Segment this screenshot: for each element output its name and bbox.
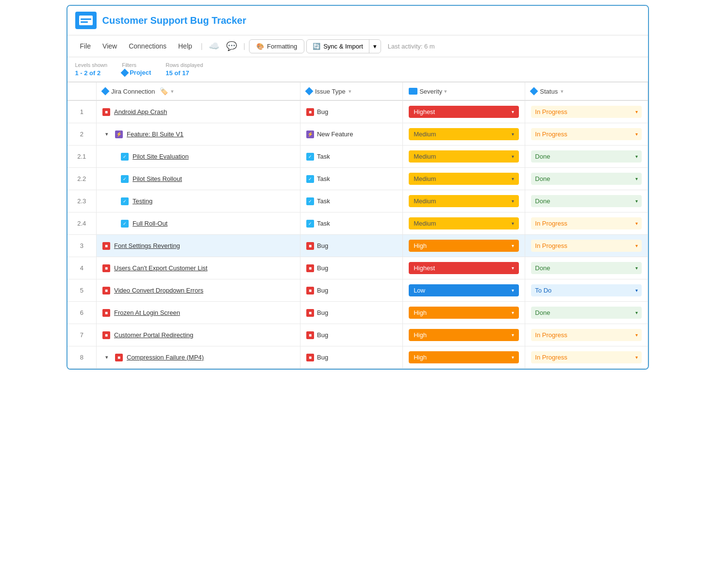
status-arrow-icon: ▾ <box>635 332 638 338</box>
issue-type-content: ■ Bug <box>306 309 397 317</box>
title-bar: Customer Support Bug Tracker <box>67 6 648 35</box>
rows-value: 15 of 17 <box>166 69 189 77</box>
severity-badge[interactable]: Highest ▾ <box>409 262 519 274</box>
severity-arrow-icon: ▾ <box>512 310 514 315</box>
row-number: 2.1 <box>67 146 97 168</box>
expand-button[interactable]: ▾ <box>102 130 111 139</box>
status-badge[interactable]: Done ▾ <box>531 307 641 319</box>
severity-badge[interactable]: Medium ▾ <box>409 217 519 229</box>
severity-badge[interactable]: High ▾ <box>409 240 519 252</box>
filters-label: Filters <box>122 62 151 68</box>
menu-view[interactable]: View <box>98 40 122 52</box>
issue-link[interactable]: Testing <box>133 197 152 205</box>
cloud-icon-btn[interactable]: ☁️ <box>206 38 222 54</box>
issue-link[interactable]: Users Can't Export Customer List <box>114 264 208 272</box>
status-arrow-icon: ▾ <box>635 109 638 114</box>
row-severity-cell: High ▾ <box>403 302 525 324</box>
status-badge[interactable]: Done ▾ <box>531 150 641 163</box>
type-sort-arrow[interactable]: ▾ <box>349 88 351 95</box>
status-badge[interactable]: To Do ▾ <box>531 284 641 296</box>
issue-type-content: ✓ Task <box>306 175 397 183</box>
th-status: Status ▾ <box>525 82 648 100</box>
status-label: Done <box>535 309 550 316</box>
sync-dropdown-button[interactable]: ▾ <box>369 40 381 53</box>
issue-type-label: Bug <box>317 287 328 294</box>
row-name-cell: ▾ ⚡ Feature: BI Suite V1 <box>97 123 300 146</box>
severity-label: Highest <box>414 108 435 115</box>
row-severity-cell: Low ▾ <box>403 279 525 302</box>
expand-button[interactable]: ▾ <box>102 353 111 362</box>
severity-badge[interactable]: Medium ▾ <box>409 150 519 163</box>
bug-icon: ■ <box>306 354 314 361</box>
issue-link[interactable]: Pilot Site Evaluation <box>133 153 189 160</box>
severity-label: High <box>414 309 427 316</box>
filter-diamond-icon <box>121 68 129 77</box>
status-badge[interactable]: In Progress ▾ <box>531 351 641 363</box>
levels-value: 1 - 2 of 2 <box>75 69 101 77</box>
status-badge[interactable]: In Progress ▾ <box>531 217 641 229</box>
severity-badge[interactable]: Low ▾ <box>409 284 519 296</box>
status-badge[interactable]: Done ▾ <box>531 262 641 274</box>
issue-link[interactable]: Frozen At Login Screen <box>114 309 180 316</box>
issue-link[interactable]: Compression Failure (MP4) <box>127 354 204 361</box>
issue-type-label: Bug <box>317 242 328 249</box>
issue-link[interactable]: Android App Crash <box>114 108 167 115</box>
severity-badge[interactable]: Medium ▾ <box>409 195 519 207</box>
row-name-content: ▾ ■ Compression Failure (MP4) <box>102 353 294 362</box>
main-table-container: Jira Connection 🏷️ ▾ Issue Type ▾ <box>67 82 648 369</box>
status-badge[interactable]: In Progress ▾ <box>531 329 641 341</box>
severity-badge[interactable]: High ▾ <box>409 307 519 319</box>
chat-icon-btn[interactable]: 💬 <box>224 38 239 54</box>
issue-type-label: Task <box>317 175 330 182</box>
issue-link[interactable]: Feature: BI Suite V1 <box>127 131 183 138</box>
status-label: In Progress <box>535 354 567 361</box>
row-severity-cell: High ▾ <box>403 324 525 346</box>
severity-badge[interactable]: Highest ▾ <box>409 106 519 118</box>
severity-arrow-icon: ▾ <box>512 265 514 271</box>
issue-type-content: ■ Bug <box>306 264 397 272</box>
issue-type-label: Bug <box>317 264 328 272</box>
task-icon: ✓ <box>306 175 314 183</box>
severity-arrow-icon: ▾ <box>512 355 514 360</box>
issue-type-content: ■ Bug <box>306 108 397 116</box>
status-badge[interactable]: Done ▾ <box>531 195 641 207</box>
sync-import-button[interactable]: 🔄 Sync & Import <box>307 40 369 53</box>
menu-help[interactable]: Help <box>173 40 197 52</box>
row-severity-cell: Highest ▾ <box>403 257 525 279</box>
severity-sort-arrow[interactable]: ▾ <box>444 88 447 95</box>
row-type-cell: ✓ Task <box>300 190 402 212</box>
row-status-cell: In Progress ▾ <box>525 100 648 123</box>
severity-badge[interactable]: Medium ▾ <box>409 173 519 185</box>
chevron-down-icon: ▾ <box>373 43 377 50</box>
status-badge[interactable]: Done ▾ <box>531 173 641 185</box>
issue-link[interactable]: Full Roll-Out <box>133 220 167 227</box>
issue-link[interactable]: Pilot Sites Rollout <box>133 175 182 182</box>
issue-link[interactable]: Customer Portal Redirecting <box>114 331 193 339</box>
menu-file[interactable]: File <box>75 40 96 52</box>
row-status-cell: In Progress ▾ <box>525 235 648 257</box>
severity-badge[interactable]: High ▾ <box>409 351 519 363</box>
status-badge[interactable]: In Progress ▾ <box>531 106 641 118</box>
separator-2: | <box>241 42 247 50</box>
severity-badge[interactable]: High ▾ <box>409 329 519 341</box>
issue-link[interactable]: Video Convert Dropdown Errors <box>114 287 203 294</box>
task-name-icon: ✓ <box>121 197 129 205</box>
status-sort-arrow[interactable]: ▾ <box>561 88 564 95</box>
filters-value[interactable]: Project <box>122 69 151 76</box>
table-row: 2.4 ✓ Full Roll-Out ✓ Task Medium ▾ In P… <box>67 212 648 235</box>
row-name-cell: ■ Customer Portal Redirecting <box>97 324 300 346</box>
severity-label: Highest <box>414 264 435 272</box>
menu-connections[interactable]: Connections <box>124 40 171 52</box>
severity-badge[interactable]: Medium ▾ <box>409 128 519 140</box>
jira-sort-arrow[interactable]: ▾ <box>171 88 174 95</box>
row-number: 2.2 <box>67 168 97 190</box>
status-badge[interactable]: In Progress ▾ <box>531 128 641 140</box>
status-badge[interactable]: In Progress ▾ <box>531 240 641 252</box>
severity-label: Low <box>414 287 425 294</box>
bug-icon: ■ <box>306 309 314 317</box>
row-name-cell: ▾ ■ Compression Failure (MP4) <box>97 346 300 369</box>
bug-icon: ■ <box>306 331 314 339</box>
severity-arrow-icon: ▾ <box>512 176 514 181</box>
issue-link[interactable]: Font Settings Reverting <box>114 242 180 249</box>
formatting-button[interactable]: 🎨 Formatting <box>249 39 304 53</box>
